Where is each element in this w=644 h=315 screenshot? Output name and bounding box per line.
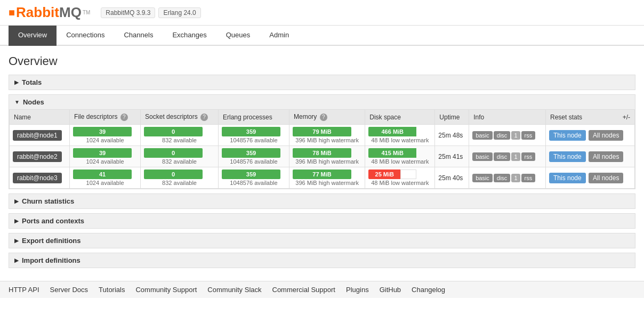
totals-arrow: ▶ bbox=[14, 79, 19, 85]
info-rss-btn[interactable]: rss bbox=[521, 131, 536, 140]
nodes-label: Nodes bbox=[23, 98, 44, 106]
info-cell: basicdisc1rss bbox=[469, 146, 546, 167]
info-disc-btn[interactable]: disc bbox=[494, 174, 511, 182]
plus-minus-icon[interactable]: +/- bbox=[623, 114, 630, 121]
totals-label: Totals bbox=[22, 78, 42, 86]
info-rss-btn[interactable]: rss bbox=[521, 174, 536, 182]
col-uptime: Uptime bbox=[435, 110, 469, 125]
erlang-proc-cell: 359 1048576 available bbox=[219, 125, 289, 146]
logo-tm: TM bbox=[83, 10, 90, 15]
header: ■ RabbitMQTM RabbitMQ 3.9.3 Erlang 24.0 bbox=[0, 0, 644, 26]
memory-bar: 79 MiB bbox=[293, 127, 351, 136]
import-section: ▶ Import definitions bbox=[9, 253, 635, 268]
disk-bar-ok: 415 MiB bbox=[368, 148, 416, 158]
export-header[interactable]: ▶ Export definitions bbox=[9, 233, 635, 248]
ports-label: Ports and contexts bbox=[22, 217, 84, 225]
disk-bar: 415 MiB bbox=[368, 148, 431, 158]
memory-cell: 77 MiB 396 MiB high watermark bbox=[289, 167, 365, 189]
export-arrow: ▶ bbox=[14, 238, 19, 244]
footer-link[interactable]: GitHub bbox=[380, 286, 401, 294]
logo-mq: MQ bbox=[59, 4, 82, 21]
import-arrow: ▶ bbox=[14, 257, 19, 263]
erlang-proc-bar: 359 bbox=[222, 169, 280, 179]
erlang-proc-bar: 359 bbox=[222, 148, 280, 158]
this-node-button[interactable]: This node bbox=[549, 130, 586, 141]
socket-desc-bar: 0 bbox=[144, 127, 203, 136]
nav-exchanges[interactable]: Exchanges bbox=[163, 26, 216, 46]
nav-connections[interactable]: Connections bbox=[57, 26, 114, 46]
nav-overview[interactable]: Overview bbox=[9, 26, 57, 46]
disk-cell: 25 MiB 48 MiB low watermark bbox=[365, 167, 435, 189]
export-label: Export definitions bbox=[22, 237, 81, 245]
footer-link[interactable]: Server Docs bbox=[50, 286, 88, 294]
socket-desc-help[interactable]: ? bbox=[200, 114, 208, 121]
file-desc-avail: 1024 available bbox=[73, 158, 137, 165]
footer-link[interactable]: HTTP API bbox=[9, 286, 39, 294]
info-num-btn[interactable]: 1 bbox=[511, 174, 520, 182]
info-disc-btn[interactable]: disc bbox=[494, 152, 511, 161]
col-erlang-proc: Erlang processes bbox=[219, 110, 289, 125]
table-row: rabbit@node2 39 1024 available 0 832 ava… bbox=[10, 146, 635, 167]
reset-stats-cell: This node All nodes bbox=[545, 125, 634, 146]
all-nodes-button[interactable]: All nodes bbox=[589, 173, 623, 183]
totals-section: ▶ Totals bbox=[9, 75, 635, 90]
disk-cell: 415 MiB 48 MiB low watermark bbox=[365, 146, 435, 167]
table-row: rabbit@node3 41 1024 available 0 832 ava… bbox=[10, 167, 635, 189]
nodes-table: Name File descriptors ? Socket descripto… bbox=[9, 109, 635, 189]
uptime-cell: 25m 41s bbox=[435, 146, 469, 167]
footer-link[interactable]: Community Support bbox=[135, 286, 197, 294]
all-nodes-button[interactable]: All nodes bbox=[589, 130, 623, 141]
nav-admin[interactable]: Admin bbox=[260, 26, 299, 46]
info-basic-btn[interactable]: basic bbox=[472, 131, 493, 140]
disk-bar-free bbox=[400, 169, 416, 179]
nodes-section: ▼ Nodes Name File descriptors ? Socket d… bbox=[9, 94, 635, 189]
footer-link[interactable]: Commercial Support bbox=[272, 286, 336, 294]
table-row: rabbit@node1 39 1024 available 0 832 ava… bbox=[10, 125, 635, 146]
this-node-button[interactable]: This node bbox=[549, 151, 586, 162]
socket-desc-cell: 0 832 available bbox=[141, 125, 219, 146]
erlang-proc-avail: 1048576 available bbox=[222, 180, 286, 186]
nav-channels[interactable]: Channels bbox=[114, 26, 163, 46]
info-cell: basicdisc1rss bbox=[469, 125, 546, 146]
footer-link[interactable]: Changelog bbox=[412, 286, 445, 294]
info-rss-btn[interactable]: rss bbox=[521, 152, 536, 161]
nav-queues[interactable]: Queues bbox=[216, 26, 260, 46]
churn-header[interactable]: ▶ Churn statistics bbox=[9, 194, 635, 208]
memory-help[interactable]: ? bbox=[320, 114, 327, 121]
memory-bar: 78 MiB bbox=[293, 148, 351, 158]
node-name-badge: rabbit@node1 bbox=[13, 130, 62, 141]
disk-bar-used: 25 MiB bbox=[368, 169, 400, 179]
file-desc-help[interactable]: ? bbox=[120, 114, 128, 121]
churn-section: ▶ Churn statistics bbox=[9, 193, 635, 209]
version-rabbitmq: RabbitMQ 3.9.3 bbox=[101, 7, 155, 18]
memory-cell: 78 MiB 396 MiB high watermark bbox=[289, 146, 365, 167]
col-socket-desc: Socket descriptors ? bbox=[141, 110, 219, 125]
info-basic-btn[interactable]: basic bbox=[472, 174, 493, 182]
disk-cell: 466 MiB 48 MiB low watermark bbox=[365, 125, 435, 146]
file-desc-bar: 39 bbox=[73, 148, 132, 158]
this-node-button[interactable]: This node bbox=[549, 173, 586, 183]
churn-label: Churn statistics bbox=[22, 197, 74, 205]
socket-desc-avail: 832 available bbox=[144, 158, 215, 165]
version-erlang: Erlang 24.0 bbox=[158, 7, 200, 18]
ports-header[interactable]: ▶ Ports and contexts bbox=[9, 214, 635, 228]
all-nodes-button[interactable]: All nodes bbox=[589, 151, 623, 162]
disk-bar: 466 MiB bbox=[368, 127, 431, 136]
info-basic-btn[interactable]: basic bbox=[472, 152, 493, 161]
info-disc-btn[interactable]: disc bbox=[494, 131, 511, 140]
info-num-btn[interactable]: 1 bbox=[511, 152, 520, 161]
col-disk: Disk space bbox=[365, 110, 435, 125]
nodes-header[interactable]: ▼ Nodes bbox=[9, 95, 635, 109]
ports-section: ▶ Ports and contexts bbox=[9, 213, 635, 229]
import-header[interactable]: ▶ Import definitions bbox=[9, 253, 635, 268]
footer-link[interactable]: Plugins bbox=[346, 286, 369, 294]
file-desc-cell: 39 1024 available bbox=[70, 146, 141, 167]
info-num-btn[interactable]: 1 bbox=[511, 131, 520, 140]
totals-header[interactable]: ▶ Totals bbox=[9, 75, 635, 90]
node-name-badge: rabbit@node3 bbox=[13, 173, 62, 183]
footer-link[interactable]: Community Slack bbox=[207, 286, 261, 294]
footer-link[interactable]: Tutorials bbox=[99, 286, 125, 294]
disk-bar: 25 MiB bbox=[368, 169, 431, 179]
file-desc-bar: 41 bbox=[73, 169, 132, 179]
disk-bar-ok: 466 MiB bbox=[368, 127, 416, 136]
